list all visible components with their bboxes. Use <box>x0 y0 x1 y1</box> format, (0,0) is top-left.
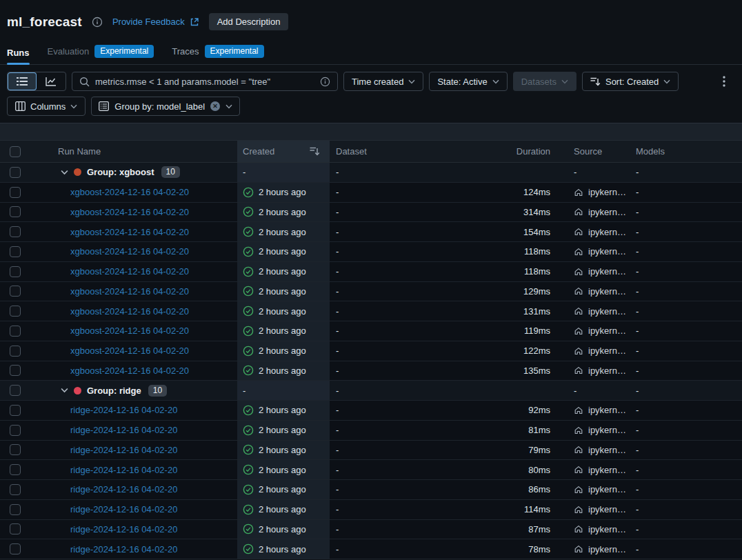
run-dataset-cell: - <box>330 262 512 281</box>
group-expand-toggle[interactable] <box>61 388 68 393</box>
run-source-text[interactable]: ipykern… <box>588 544 626 554</box>
row-checkbox[interactable] <box>10 167 21 178</box>
run-source-text[interactable]: ipykern… <box>588 504 626 514</box>
select-all-checkbox[interactable] <box>10 146 21 157</box>
info-icon[interactable] <box>92 17 103 28</box>
run-source-text[interactable]: ipykern… <box>588 425 626 435</box>
run-name-link[interactable]: xgboost-2024-12-16 04-02-20 <box>70 187 189 197</box>
list-view-button[interactable] <box>8 72 37 90</box>
run-name-link[interactable]: xgboost-2024-12-16 04-02-20 <box>70 246 189 257</box>
row-checkbox[interactable] <box>10 523 21 534</box>
run-name-link[interactable]: xgboost-2024-12-16 04-02-20 <box>70 227 189 237</box>
provide-feedback-link[interactable]: Provide Feedback <box>112 17 199 27</box>
run-source-cell: ipykern… <box>559 361 629 381</box>
run-source-text[interactable]: ipykern… <box>588 445 626 455</box>
run-source-cell: ipykern… <box>559 183 629 202</box>
run-source-text[interactable]: ipykern… <box>588 465 626 475</box>
run-created-cell: 2 hours ago <box>237 460 330 479</box>
add-description-button[interactable]: Add Description <box>209 13 289 30</box>
run-name-link[interactable]: ridge-2024-12-16 04-02-20 <box>70 484 177 494</box>
run-dataset-cell: - <box>330 361 512 381</box>
row-checkbox[interactable] <box>10 444 21 455</box>
column-header-duration[interactable]: Duration <box>512 141 559 162</box>
columns-dropdown[interactable]: Columns <box>7 97 86 116</box>
run-name-link[interactable]: ridge-2024-12-16 04-02-20 <box>70 445 177 455</box>
run-created-cell: 2 hours ago <box>237 500 330 519</box>
row-checkbox[interactable] <box>10 543 21 554</box>
search-info-icon[interactable] <box>320 77 330 87</box>
run-source-text[interactable]: ipykern… <box>588 366 626 376</box>
column-header-dataset[interactable]: Dataset <box>330 141 512 162</box>
row-checkbox[interactable] <box>10 326 21 337</box>
row-checkbox[interactable] <box>10 484 21 495</box>
state-dropdown[interactable]: State: Active <box>429 72 507 91</box>
row-checkbox[interactable] <box>10 425 21 436</box>
run-finished-icon <box>243 326 254 337</box>
run-name-link[interactable]: ridge-2024-12-16 04-02-20 <box>70 524 177 534</box>
row-checkbox[interactable] <box>10 405 21 416</box>
group-label: Group: xgboost <box>87 167 154 177</box>
run-name-cell: xgboost-2024-12-16 04-02-20 <box>33 341 237 361</box>
row-checkbox[interactable] <box>10 286 21 297</box>
time-created-dropdown[interactable]: Time created <box>343 72 423 91</box>
run-source-text[interactable]: ipykern… <box>588 266 626 277</box>
run-source-text[interactable]: ipykern… <box>588 306 626 317</box>
row-checkbox[interactable] <box>10 206 21 217</box>
run-name-link[interactable]: xgboost-2024-12-16 04-02-20 <box>70 326 189 336</box>
run-source-text[interactable]: ipykern… <box>588 524 626 534</box>
run-name-link[interactable]: xgboost-2024-12-16 04-02-20 <box>70 346 189 356</box>
run-name-link[interactable]: ridge-2024-12-16 04-02-20 <box>70 465 177 475</box>
sort-dropdown[interactable]: Sort: Created <box>582 72 679 91</box>
group-expand-toggle[interactable] <box>61 170 68 175</box>
tab-evaluation[interactable]: Evaluation Experimental <box>48 45 154 64</box>
row-checkbox[interactable] <box>10 246 21 257</box>
column-header-source[interactable]: Source <box>559 141 629 162</box>
run-name-link[interactable]: ridge-2024-12-16 04-02-20 <box>70 544 177 554</box>
run-source-text[interactable]: ipykern… <box>588 187 626 197</box>
row-checkbox[interactable] <box>10 306 21 317</box>
run-source-text[interactable]: ipykern… <box>588 207 626 217</box>
row-checkbox[interactable] <box>10 187 21 198</box>
column-header-run-name[interactable]: Run Name <box>33 141 237 162</box>
run-name-link[interactable]: xgboost-2024-12-16 04-02-20 <box>70 286 189 297</box>
run-name-link[interactable]: ridge-2024-12-16 04-02-20 <box>70 405 177 415</box>
chart-view-button[interactable] <box>37 72 66 90</box>
tab-traces[interactable]: Traces Experimental <box>172 45 263 64</box>
run-dataset-cell: - <box>330 480 512 499</box>
run-name-link[interactable]: xgboost-2024-12-16 04-02-20 <box>70 366 189 376</box>
column-header-created[interactable]: Created <box>237 141 330 162</box>
run-source-text[interactable]: ipykern… <box>588 286 626 297</box>
row-checkbox-cell <box>0 500 33 519</box>
run-name-link[interactable]: xgboost-2024-12-16 04-02-20 <box>70 266 189 277</box>
row-checkbox[interactable] <box>10 365 21 376</box>
row-checkbox[interactable] <box>10 266 21 277</box>
row-checkbox[interactable] <box>10 504 21 515</box>
run-source-text[interactable]: ipykern… <box>588 227 626 237</box>
row-checkbox[interactable] <box>10 226 21 237</box>
column-header-models[interactable]: Models <box>629 141 742 162</box>
search-input[interactable]: metrics.rmse < 1 and params.model = "tre… <box>72 72 338 91</box>
more-options-button[interactable] <box>716 72 732 91</box>
tab-runs[interactable]: Runs <box>7 48 30 64</box>
group-by-close-icon[interactable]: ✕ <box>210 101 220 111</box>
group-by-chip[interactable]: Group by: model_label ✕ <box>91 97 240 116</box>
run-name-link[interactable]: xgboost-2024-12-16 04-02-20 <box>70 306 189 317</box>
row-checkbox[interactable] <box>10 385 21 396</box>
run-source-text[interactable]: ipykern… <box>588 405 626 415</box>
chevron-down-icon <box>70 104 77 109</box>
run-source-cell: ipykern… <box>559 539 629 559</box>
run-source-text[interactable]: ipykern… <box>588 326 626 336</box>
run-name-link[interactable]: xgboost-2024-12-16 04-02-20 <box>70 207 189 217</box>
run-name-link[interactable]: ridge-2024-12-16 04-02-20 <box>70 504 177 514</box>
row-checkbox[interactable] <box>10 346 21 357</box>
run-source-text[interactable]: ipykern… <box>588 346 626 356</box>
run-models-cell: - <box>629 242 742 261</box>
run-finished-icon-wrap <box>243 365 254 376</box>
run-name-link[interactable]: ridge-2024-12-16 04-02-20 <box>70 425 177 435</box>
run-source-text[interactable]: ipykern… <box>588 246 626 257</box>
datasets-dropdown[interactable]: Datasets <box>513 72 576 91</box>
chevron-down-icon <box>61 388 68 393</box>
run-source-text[interactable]: ipykern… <box>588 484 626 494</box>
run-models-cell: - <box>629 480 742 499</box>
row-checkbox[interactable] <box>10 464 21 475</box>
